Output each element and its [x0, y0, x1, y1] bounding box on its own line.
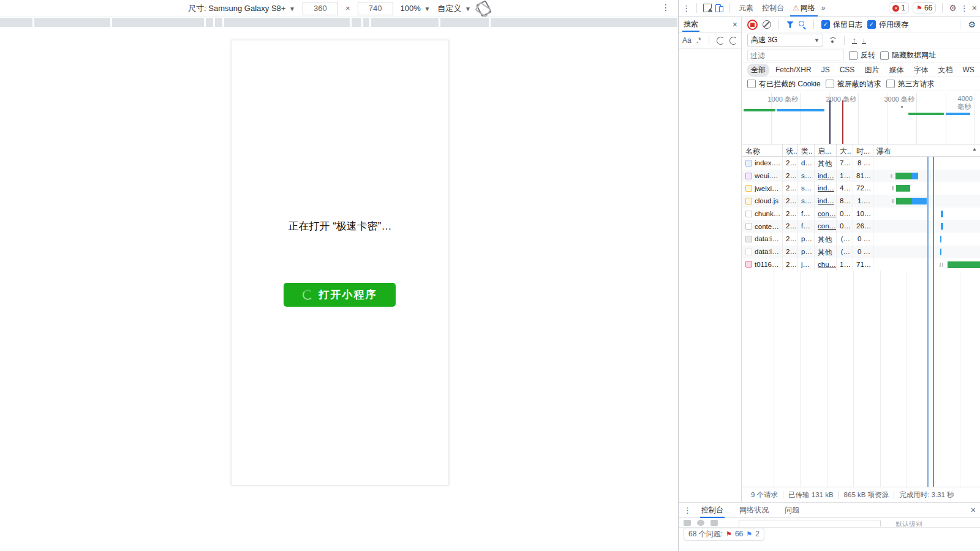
device-mode-icon[interactable]	[715, 4, 723, 12]
viewport-height-input[interactable]	[358, 2, 393, 15]
extra-filter-checkbox[interactable]: 有已拦截的 Cookie	[747, 79, 821, 89]
request-row[interactable]: t0116…2…j…chu…1…71…	[742, 258, 980, 271]
summary-item: 865 kB 项资源	[839, 490, 894, 500]
initiator-link[interactable]: ind…	[818, 184, 834, 192]
export-har-icon[interactable]: ↓	[862, 37, 867, 44]
network-settings-gear-icon[interactable]: ⚙	[968, 20, 976, 29]
drawer-tab-控制台[interactable]: 控制台	[700, 503, 725, 518]
request-type-chip[interactable]: 全部	[747, 64, 769, 77]
initiator-link[interactable]: con…	[818, 210, 836, 217]
column-header[interactable]: 启...	[815, 144, 837, 156]
zoom-dropdown[interactable]: 100% ▼	[401, 4, 431, 13]
dimensions-times-sign: ×	[345, 4, 350, 13]
column-header[interactable]: 类..	[798, 144, 815, 156]
timeline-gridline	[858, 93, 859, 144]
device-dimensions-dropdown[interactable]: 尺寸: Samsung Galaxy S8+ ▼	[188, 3, 295, 14]
settings-gear-icon[interactable]: ⚙	[949, 3, 957, 13]
strip-segment	[0, 18, 32, 27]
initiator-link[interactable]: ind…	[818, 197, 834, 204]
tab-console[interactable]: 控制台	[760, 0, 786, 17]
initiator-link[interactable]: ind…	[818, 172, 834, 179]
throttle-dropdown[interactable]: 自定义 ▼	[437, 3, 471, 14]
console-filter-input-partial[interactable]	[739, 520, 881, 527]
drawer-more-icon[interactable]: ⋮	[684, 506, 692, 515]
search-pane: 搜索 × Aa .*	[679, 17, 742, 502]
request-row[interactable]: conte…2…f…con…0…26…	[742, 220, 980, 233]
column-header[interactable]: 瀑布▲	[873, 144, 980, 156]
request-row[interactable]: cloud.js2…s…ind…8…1.…	[742, 195, 980, 208]
drawer-close-icon[interactable]: ×	[971, 505, 976, 515]
request-type-chip[interactable]: 媒体	[885, 64, 907, 77]
cell-name: cloud.js	[742, 195, 783, 208]
rotate-device-icon[interactable]	[476, 0, 492, 17]
waterfall-bar-green	[895, 173, 912, 179]
request-name: cloud.js	[755, 197, 778, 204]
devtools-menu-icon[interactable]: ⋮	[960, 4, 968, 13]
waterfall-bar-tick	[892, 199, 894, 203]
regex-button[interactable]: .*	[696, 36, 701, 45]
request-row[interactable]: weui.…2…s…ind…1…81…	[742, 170, 980, 182]
device-toolbar-menu-icon[interactable]: ⋮	[662, 2, 670, 12]
initiator-link[interactable]: chu…	[818, 261, 836, 268]
cell-type: p…	[798, 246, 815, 258]
network-filter-input[interactable]	[747, 50, 844, 61]
filter-funnel-icon[interactable]	[786, 21, 794, 28]
inspect-element-icon[interactable]	[703, 4, 712, 12]
search-icon[interactable]	[799, 21, 806, 28]
column-header[interactable]: 大..	[837, 144, 853, 156]
tab-elements[interactable]: 元素	[736, 0, 756, 17]
devtools-close-icon[interactable]: ×	[972, 3, 977, 13]
viewport-width-input[interactable]	[303, 2, 338, 15]
tab-search[interactable]: 搜索	[682, 17, 699, 32]
match-case-button[interactable]: Aa	[682, 36, 692, 45]
hide-data-urls-checkbox[interactable]: 隐藏数据网址	[880, 50, 936, 61]
timeline-gridline	[800, 93, 801, 144]
issue-count-badge[interactable]: ⚑ 66	[913, 2, 936, 13]
search-close-icon[interactable]: ×	[733, 20, 737, 29]
clear-search-icon[interactable]	[729, 37, 737, 45]
network-conditions-icon[interactable]	[828, 37, 837, 43]
throttle-value: 自定义	[437, 4, 461, 13]
request-type-chip[interactable]: 字体	[910, 64, 932, 77]
request-row[interactable]: jweixi…2…s…ind…4…72…	[742, 182, 980, 195]
request-row[interactable]: chunk…2…f…con…0…10…	[742, 208, 980, 220]
console-level-dropdown-partial[interactable]: 默认级别	[895, 520, 922, 527]
request-type-chip[interactable]: CSS	[836, 64, 859, 75]
initiator-link[interactable]: con…	[818, 222, 836, 230]
waterfall-bar-blue	[940, 236, 941, 242]
domcontentloaded-line	[927, 157, 929, 487]
disable-cache-checkbox[interactable]: ✓ 停用缓存	[867, 20, 908, 30]
open-miniprogram-button[interactable]: 打开小程序	[284, 283, 396, 307]
request-row[interactable]: index.…2…d…其他7…8 …	[742, 157, 980, 170]
drawer-menu-icon[interactable]: ⋮	[682, 4, 690, 13]
tab-network[interactable]: ⚠网络	[790, 0, 818, 17]
import-har-icon[interactable]: ↑	[852, 37, 857, 44]
preserve-log-checkbox[interactable]: ✓ 保留日志	[821, 20, 862, 30]
more-tabs-icon[interactable]: »	[821, 4, 826, 12]
issues-summary-pill[interactable]: 68 个问题: ⚑ 66 ⚑ 2	[684, 528, 764, 541]
extra-filter-checkbox[interactable]: 被屏蔽的请求	[826, 79, 881, 89]
request-type-chip[interactable]: WS	[959, 64, 978, 75]
request-type-chip[interactable]: 图片	[861, 64, 883, 77]
refresh-icon[interactable]	[717, 37, 725, 45]
column-header[interactable]: 状..	[783, 144, 798, 156]
request-type-chip[interactable]: 文档	[934, 64, 956, 77]
request-row[interactable]: data:i…2…p…其他(…0 …	[742, 233, 980, 246]
document-blue-icon	[745, 160, 752, 167]
error-icon: ×	[892, 5, 899, 12]
invert-filter-checkbox[interactable]: 反转	[849, 50, 875, 61]
request-row[interactable]: data:i…2…p…其他(…0 …	[742, 246, 980, 258]
request-type-chip[interactable]: JS	[818, 64, 834, 75]
column-header[interactable]: 时...	[853, 144, 873, 156]
extra-filter-checkbox[interactable]: 第三方请求	[886, 79, 935, 89]
drawer-tab-问题[interactable]: 问题	[783, 503, 801, 518]
drawer-tab-网络状况[interactable]: 网络状况	[738, 503, 770, 518]
strip-segment	[215, 18, 222, 27]
request-type-chip[interactable]: Fetch/XHR	[772, 64, 815, 75]
network-overview-timeline[interactable]: 1000 毫秒2000 毫秒3000 毫秒4000 毫秒	[742, 93, 980, 144]
clear-network-log-icon[interactable]	[763, 20, 771, 29]
error-count-badge[interactable]: × 1	[889, 2, 909, 13]
record-network-log-button[interactable]	[747, 20, 758, 30]
network-throttling-select[interactable]: 高速 3G ▼	[747, 34, 823, 47]
column-header[interactable]: 名称	[742, 144, 783, 156]
